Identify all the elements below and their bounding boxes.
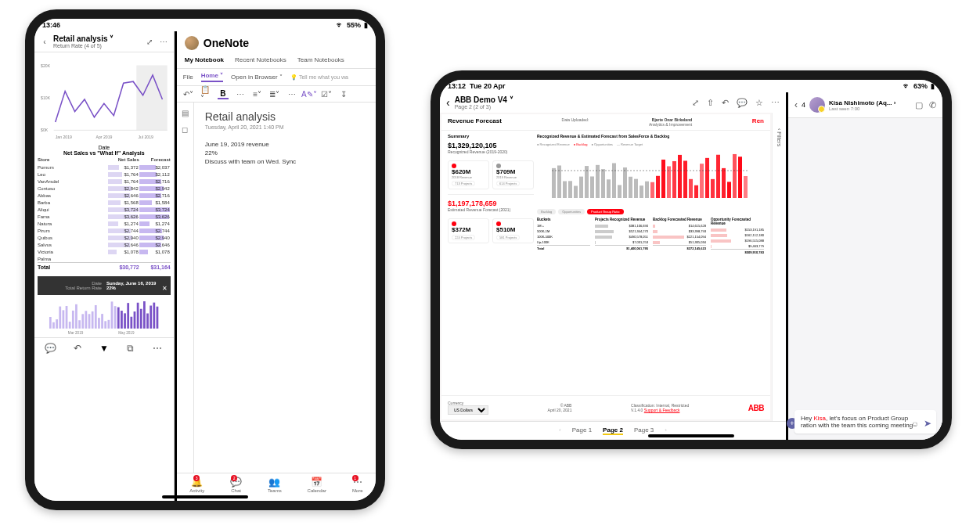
table-row[interactable]: Quibus $2,940 $2,940 [38, 234, 171, 241]
pages-icon[interactable]: ◻ [182, 125, 188, 134]
svg-rect-17 [85, 311, 87, 329]
expand-icon[interactable]: ⤢ [144, 36, 155, 47]
table-row[interactable]: Fama $3,626 $3,626 [38, 213, 171, 220]
return-rate-histogram[interactable]: Mar 2019 May 2019 [34, 298, 174, 337]
chat-thread[interactable]: + Hey Kisa, let's focus on Product Group… [788, 118, 942, 440]
onenote-rail: ▤ ◻ [177, 103, 194, 473]
report-canvas[interactable]: Revenue Forecast Data Uploaded: Bjarte O… [441, 114, 770, 419]
clipboard-icon[interactable]: 📋˅ [200, 88, 211, 99]
home-indicator[interactable] [648, 434, 734, 437]
tab-team[interactable]: Team Notebooks [297, 56, 344, 67]
filters-handle[interactable]: ‹ Filters [772, 113, 786, 421]
nav-activity[interactable]: 3🔔Activity [189, 477, 204, 493]
table-row[interactable]: Barba $1,568 $1,584 [38, 199, 171, 206]
more-icon[interactable]: ⋯ [152, 343, 163, 354]
back-icon[interactable]: ‹ [446, 96, 450, 109]
table-row[interactable]: Leo $1,764 $2,112 [38, 171, 171, 178]
forecast-bar-chart[interactable] [537, 151, 764, 206]
expand-icon[interactable]: ⤢ [692, 98, 699, 108]
svg-rect-64 [672, 161, 676, 198]
table-row[interactable]: Abbas $2,646 $2,716 [38, 192, 171, 199]
undo-icon[interactable]: ↶˅ [183, 88, 194, 99]
ribbon-file[interactable]: File [183, 74, 193, 81]
ribbon-open-browser[interactable]: Open in Browser ˅ [231, 74, 283, 81]
note-canvas[interactable]: Retail analysis Tuesday, April 20, 2021 … [194, 103, 376, 473]
report-subtitle: Return Rate (4 of 5) [53, 43, 141, 49]
more-icon[interactable]: ⋯ [771, 98, 780, 108]
analysis-table[interactable]: Net Sales vs "What If" Analysis Store Ne… [34, 150, 174, 272]
undo-icon[interactable]: ↶ [72, 343, 83, 354]
page-tab-1[interactable]: Page 1 [572, 426, 592, 435]
table-row[interactable]: Salvus $2,646 $2,646 [38, 241, 171, 248]
bold-button[interactable]: B [218, 88, 229, 99]
avatar[interactable] [809, 97, 825, 113]
battery-icon: ▮ [364, 21, 368, 29]
copy-icon[interactable]: ⧉ [125, 343, 136, 354]
report-title[interactable]: Retail analysis ˅ [53, 34, 141, 43]
tag-icon[interactable]: ☑˅ [321, 88, 332, 99]
tab-my-notebook[interactable]: My Notebook [185, 56, 224, 67]
svg-rect-42 [552, 168, 556, 198]
sections-icon[interactable]: ▤ [182, 109, 189, 117]
table-row[interactable]: Aliqui $3,724 $3,724 [38, 206, 171, 213]
comment-icon[interactable]: 💬 [737, 98, 748, 108]
nav-chat[interactable]: 2💬Chat [230, 477, 242, 493]
table-row[interactable]: Pomum $1,372 $2,037 [38, 164, 171, 171]
tab-recent[interactable]: Recent Notebooks [235, 56, 286, 67]
video-call-icon[interactable]: ▢ [915, 100, 923, 110]
table-row[interactable]: Victoria $1,078 $1,078 [38, 248, 171, 255]
tab-product-group[interactable]: Product Group Ratio [587, 209, 623, 214]
table-row[interactable]: Palma [38, 255, 171, 262]
filter-icon[interactable]: ▼ [99, 343, 110, 354]
close-icon[interactable]: ✕ [162, 285, 168, 292]
back-icon[interactable]: ‹ [794, 99, 798, 110]
back-icon[interactable]: ‹ [39, 36, 50, 47]
more-format-icon[interactable]: ⋯ [235, 88, 246, 99]
table-row[interactable]: Pirum $2,744 $2,744 [38, 227, 171, 234]
styles-icon[interactable]: A✎˅ [304, 88, 315, 99]
table-row[interactable]: VanArsdel $1,764 $2,716 [38, 178, 171, 185]
contact-status: Last seen 7:00 [829, 106, 911, 111]
avatar[interactable] [185, 36, 199, 50]
chat-icon[interactable]: 💬 [45, 343, 56, 354]
kpi-card[interactable]: $372M224 Projects [448, 218, 489, 243]
tab-opportunities[interactable]: Opportunities [558, 209, 585, 214]
kpi-card[interactable]: $709M2019 Revenue614 Projects [492, 160, 534, 189]
line-chart[interactable]: $20K $10K $0K Jan 2019 Apr 2019 Jul 2019 [34, 52, 174, 146]
emoji-icon[interactable]: ☺ [911, 419, 919, 428]
undo-icon[interactable]: ↶ [722, 98, 729, 108]
compose-box[interactable]: Hey Kisa, let's focus on Product Group r… [794, 410, 936, 434]
home-indicator[interactable] [162, 495, 248, 498]
audio-call-icon[interactable]: ✆ [929, 100, 936, 110]
send-icon[interactable]: ➤ [924, 418, 931, 429]
table-row[interactable]: Contoso $2,842 $2,942 [38, 185, 171, 192]
kpi-card[interactable]: $510M581 Projects [492, 218, 534, 243]
page-tab-2[interactable]: Page 2 [603, 426, 623, 435]
nav-calendar[interactable]: 📅Calendar [308, 477, 326, 493]
table-row[interactable]: Natura $1,274 $1,274 [38, 220, 171, 227]
contact-name[interactable]: Kisa Nishimoto (Aq... › [829, 99, 911, 106]
tab-backlog[interactable]: Backlog [537, 209, 556, 214]
nav-more[interactable]: 1⋯More [352, 477, 363, 493]
svg-rect-51 [601, 169, 605, 198]
more-list-icon[interactable]: ⋯ [286, 88, 297, 99]
more-icon[interactable]: ⋯ [158, 36, 169, 47]
svg-rect-44 [563, 182, 567, 198]
nav-teams[interactable]: 👥Teams [268, 477, 282, 493]
insert-icon[interactable]: ↧ [338, 88, 349, 99]
ipad-left-frame: 13:46 ᯤ 55% ▮ ‹ Retail analysis ˅ Return… [25, 9, 385, 510]
ribbon-home[interactable]: Home ˅ [201, 72, 223, 82]
tell-me-search[interactable]: 💡 Tell me what you wa [290, 74, 348, 81]
doc-title[interactable]: ABB Demo V4 ˅ [455, 95, 513, 104]
prev-page-icon[interactable]: ‹ [559, 426, 561, 435]
favorite-icon[interactable]: ☆ [755, 98, 763, 108]
number-list-icon[interactable]: ≣˅ [269, 88, 280, 99]
share-icon[interactable]: ⇧ [707, 98, 714, 108]
support-link[interactable]: Support & Feedback [644, 408, 680, 412]
kpi-card[interactable]: $620M2018 Revenue713 Projects [448, 160, 489, 189]
status-bar-left: 13:46 ᯤ 55% ▮ [34, 19, 376, 31]
currency-select[interactable]: US Dollars [448, 405, 488, 415]
bullet-list-icon[interactable]: ≡˅ [252, 88, 263, 99]
formatting-toolbar: ↶˅ 📋˅ B ⋯ ≡˅ ≣˅ ⋯ A✎˅ ☑˅ ↧ [177, 86, 376, 103]
svg-rect-52 [607, 179, 611, 198]
